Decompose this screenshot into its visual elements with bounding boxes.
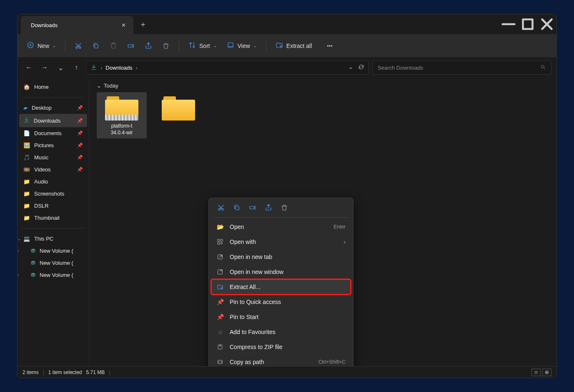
file-list-area[interactable]: ⌄Today platform-t34.0.4-wir (89, 78, 556, 366)
sidebar-screenshots[interactable]: 📁Screenshots (19, 188, 87, 200)
chevron-down-icon[interactable]: ⌄ (18, 236, 21, 241)
svg-rect-32 (547, 372, 548, 374)
svg-rect-19 (221, 239, 223, 241)
svg-rect-20 (218, 242, 220, 244)
view-button[interactable]: View ⌄ (223, 39, 261, 53)
svg-point-9 (280, 46, 281, 47)
context-menu: 📂OpenEnter Open with› Open in new tab Op… (208, 198, 353, 366)
chevron-down-icon: ⌄ (97, 83, 101, 89)
status-bar: 2 items | 1 item selected 5.71 MB | (18, 366, 556, 378)
svg-rect-17 (250, 206, 254, 209)
address-bar[interactable]: › Downloads › ⌄ (86, 60, 369, 75)
cut-icon[interactable] (217, 204, 225, 211)
document-icon: 📄 (23, 130, 30, 136)
ctx-compress[interactable]: Compress to ZIP file (211, 339, 351, 354)
ctx-pin-quick[interactable]: 📌Pin to Quick access (211, 294, 351, 309)
chevron-right-icon[interactable]: › (18, 273, 19, 277)
sidebar-home[interactable]: 🏠 Home (19, 81, 87, 93)
sort-button[interactable]: Sort ⌄ (184, 39, 221, 53)
pin-icon: 📌 (77, 143, 83, 148)
svg-point-13 (541, 65, 544, 68)
ctx-add-favourites[interactable]: ☆Add to Favourites (211, 324, 351, 339)
home-icon: 🏠 (23, 84, 30, 90)
new-tab-button[interactable]: ＋ (133, 19, 153, 29)
ctx-open-with[interactable]: Open with› (211, 234, 351, 249)
context-toolbar (211, 201, 351, 216)
plus-circle-icon (27, 41, 34, 50)
sidebar-documents[interactable]: 📄Documents📌 (19, 127, 87, 139)
rename-button[interactable] (123, 40, 139, 52)
ctx-pin-start[interactable]: 📌Pin to Start (211, 309, 351, 324)
new-tab-icon (216, 253, 224, 261)
sidebar-audio[interactable]: 📁Audio (19, 176, 87, 188)
view-details-button[interactable] (531, 369, 541, 376)
breadcrumb-location[interactable]: Downloads (105, 65, 132, 71)
up-button[interactable]: ↑ (70, 61, 83, 74)
svg-point-10 (328, 45, 328, 46)
share-button[interactable] (140, 40, 156, 52)
sidebar-videos[interactable]: 🎞️Videos📌 (19, 163, 87, 176)
forward-button[interactable]: → (38, 61, 51, 74)
address-dropdown[interactable]: ⌄ (348, 64, 353, 71)
folder-icon: 📁 (23, 191, 30, 197)
sidebar-this-pc[interactable]: ⌄💻This PC (19, 233, 87, 245)
tab-downloads[interactable]: Downloads ✕ (21, 16, 133, 34)
toolbar: New ⌄ Sort ⌄ View ⌄ Extract all (18, 34, 556, 58)
pin-icon: 📌 (216, 313, 224, 321)
new-button[interactable]: New ⌄ (23, 39, 60, 53)
share-icon[interactable] (265, 204, 272, 211)
ctx-open-new-window[interactable]: Open in new window (211, 264, 351, 279)
music-icon: 🎵 (23, 154, 30, 161)
pin-icon: 📌 (77, 155, 83, 160)
close-button[interactable] (537, 16, 556, 33)
maximize-button[interactable] (518, 16, 537, 33)
copy-button[interactable] (88, 40, 104, 52)
pin-icon: 📌 (77, 167, 83, 172)
folder-icon: 📁 (23, 215, 30, 221)
sidebar-volume[interactable]: ›⛃New Volume ( (19, 245, 87, 257)
ctx-open[interactable]: 📂OpenEnter (211, 219, 351, 234)
status-item-count: 2 items (23, 369, 39, 375)
delete-icon[interactable] (281, 204, 288, 211)
group-header-today[interactable]: ⌄Today (97, 83, 549, 89)
recent-locations-button[interactable]: ⌄ (54, 61, 67, 74)
more-button[interactable] (322, 40, 338, 52)
sidebar-dslr[interactable]: 📁DSLR (19, 200, 87, 212)
delete-button[interactable] (158, 40, 174, 52)
file-item-folder[interactable] (153, 92, 203, 138)
ctx-extract-all[interactable]: Extract All... (211, 279, 351, 294)
sidebar-volume[interactable]: ›⛃New Volume ( (19, 269, 87, 281)
file-item-zip[interactable]: platform-t34.0.4-wir (97, 92, 147, 138)
copy-icon[interactable] (233, 204, 241, 211)
folder-open-icon: 📂 (216, 223, 224, 231)
search-box[interactable]: Search Downloads (372, 60, 551, 75)
svg-rect-29 (546, 371, 547, 372)
zip-icon (216, 343, 224, 351)
close-tab-icon[interactable]: ✕ (120, 20, 128, 30)
svg-rect-4 (95, 45, 98, 48)
svg-rect-0 (523, 20, 533, 29)
minimize-button[interactable] (499, 16, 518, 33)
sidebar-downloads[interactable]: Downloads📌 (19, 114, 87, 127)
extract-icon (276, 41, 283, 50)
svg-rect-30 (547, 371, 548, 372)
chevron-right-icon[interactable]: › (18, 249, 19, 253)
ctx-open-new-tab[interactable]: Open in new tab (211, 249, 351, 264)
view-icons-button[interactable] (542, 369, 551, 376)
rename-icon[interactable] (249, 204, 256, 211)
sidebar-desktop[interactable]: ▰Desktop📌 (19, 102, 87, 114)
new-window-icon (216, 268, 224, 276)
sidebar-music[interactable]: 🎵Music📌 (19, 151, 87, 163)
pin-icon: 📌 (77, 105, 83, 111)
zip-folder-icon (105, 95, 138, 121)
refresh-button[interactable] (358, 64, 364, 71)
extract-all-button[interactable]: Extract all (271, 39, 316, 53)
back-button[interactable]: ← (23, 61, 35, 74)
paste-button[interactable] (105, 40, 121, 52)
ctx-copy-path[interactable]: Copy as pathCtrl+Shift+C (211, 354, 351, 366)
sidebar-volume[interactable]: ⛃New Volume ( (19, 257, 87, 269)
sort-icon (188, 41, 196, 50)
sidebar-pictures[interactable]: 🖼️Pictures📌 (19, 139, 87, 151)
cut-button[interactable] (70, 40, 86, 52)
sidebar-thumbnail[interactable]: 📁Thumbnail (19, 212, 87, 224)
